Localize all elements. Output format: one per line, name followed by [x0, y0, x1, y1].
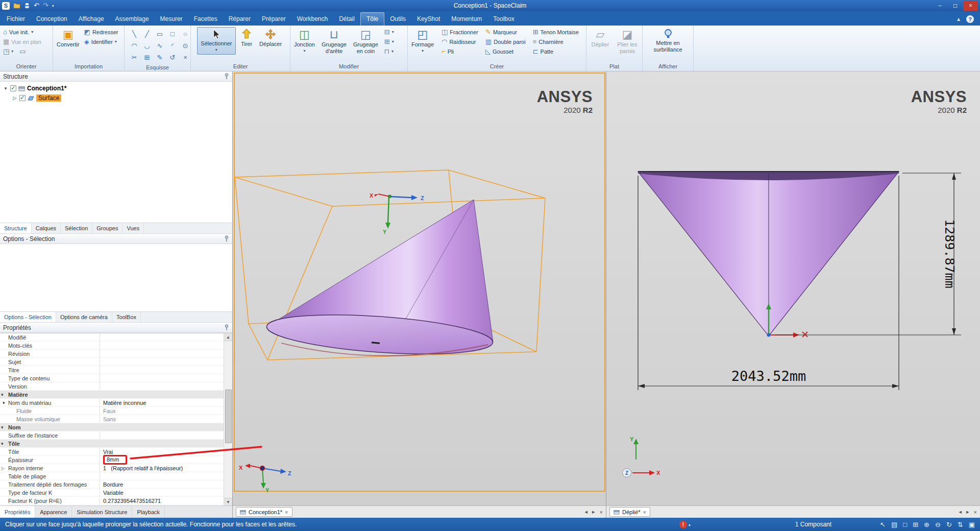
tab-reparer[interactable]: Réparer: [223, 13, 256, 26]
marqueur-button[interactable]: ✎Marqueur: [484, 27, 527, 37]
tab-keyshot[interactable]: KeyShot: [411, 13, 446, 26]
deplacer-button[interactable]: Déplacer: [257, 27, 284, 48]
pin-icon[interactable]: [224, 235, 229, 242]
fractionner-button[interactable]: ◫Fractionner: [440, 27, 480, 37]
app-icon[interactable]: S: [2, 2, 10, 10]
charniere-button[interactable]: ≡Charnière: [531, 37, 580, 46]
tab-tole[interactable]: Tôle: [360, 12, 384, 26]
tangent-line-icon[interactable]: ╱: [141, 28, 153, 39]
property-row-modifie[interactable]: Modifié: [0, 333, 224, 342]
zoom-extents-icon[interactable]: ▣: [969, 521, 975, 528]
double-paroi-button[interactable]: ▥Double paroi: [484, 37, 527, 46]
undo-icon[interactable]: ↶: [34, 2, 39, 9]
project-icon[interactable]: ⊞: [141, 52, 153, 63]
error-badge-icon[interactable]: !: [679, 521, 687, 528]
collapse-icon[interactable]: ▷: [12, 95, 17, 101]
open-folder-icon[interactable]: [13, 3, 20, 9]
deplier-button[interactable]: ▱Déplier: [590, 27, 611, 49]
tab-simulation-structure[interactable]: Simulation Structure: [72, 506, 132, 518]
property-row-traitement-deplie[interactable]: Traitement déplié des formagesBordure: [0, 480, 224, 489]
pli-button[interactable]: ⌐Pli: [440, 46, 480, 56]
line-icon[interactable]: ╲: [128, 28, 140, 39]
tirer-button[interactable]: Tirer: [239, 27, 254, 48]
plier-les-parois-button[interactable]: ◪Plier lesparois: [615, 27, 639, 55]
close-button[interactable]: ×: [963, 1, 978, 11]
vue-en-plan-button[interactable]: ▦Vue en plan: [2, 37, 43, 46]
design-scene-canvas[interactable]: X Z Y X: [233, 71, 606, 493]
close-tab-icon[interactable]: ×: [285, 509, 288, 515]
scrollbar-thumb[interactable]: [225, 390, 232, 443]
tab-detail[interactable]: Détail: [333, 13, 360, 26]
flat-scene-canvas[interactable]: 1289.87mm 2043.52mm Y: [606, 71, 980, 493]
property-row-masse-volumique[interactable]: Masse volumiqueSans: [0, 415, 224, 423]
patte-button[interactable]: ⊏Patte: [531, 46, 580, 56]
quickbar-caret-icon[interactable]: ▾: [52, 4, 54, 8]
orient-tools[interactable]: ◳▾▭: [2, 46, 28, 56]
tab-preparer[interactable]: Préparer: [256, 13, 291, 26]
identifier-button[interactable]: ◈Identifier▾: [83, 37, 118, 46]
selectionner-button[interactable]: Sélectionner ▾: [197, 27, 236, 55]
redo-icon[interactable]: ↷: [43, 2, 48, 9]
grid-snap-icon[interactable]: ⊞: [913, 521, 918, 528]
tab-options-selection[interactable]: Options - Sélection: [0, 312, 56, 322]
tab-proprietes[interactable]: Propriétés: [0, 506, 35, 518]
convertir-button[interactable]: ▣Convertir: [55, 27, 82, 49]
tab-scroll-right-icon[interactable]: ▸: [592, 509, 595, 515]
property-row-suffixe[interactable]: Suffixe de l'instance: [0, 431, 224, 440]
save-icon[interactable]: [24, 3, 30, 9]
tab-momentum[interactable]: Momentum: [446, 13, 487, 26]
tab-groupes[interactable]: Groupes: [92, 223, 122, 233]
tab-workbench[interactable]: Workbench: [291, 13, 333, 26]
property-row-version[interactable]: Version: [0, 382, 224, 391]
close-tab-icon[interactable]: ×: [643, 509, 646, 515]
tab-options-camera[interactable]: Options de caméra: [56, 312, 112, 322]
property-section-tole[interactable]: Tôle: [0, 440, 224, 448]
arc-up-icon[interactable]: ◠: [128, 40, 140, 51]
tab-toolbox[interactable]: Toolbox: [487, 13, 520, 26]
formage-button[interactable]: ◰Formage▾: [409, 27, 436, 55]
vue-init-button[interactable]: ⌂Vue init.▾: [2, 27, 35, 37]
tab-facettes[interactable]: Facettes: [188, 13, 223, 26]
square-icon[interactable]: □: [166, 28, 179, 39]
s​ketch-edit-icon[interactable]: ✎: [154, 52, 166, 63]
property-row-facteur-k[interactable]: Facteur K (pour R=E)0.27323954473516271: [0, 497, 224, 505]
tab-apparence[interactable]: Apparence: [35, 506, 72, 518]
tab-vues[interactable]: Vues: [122, 223, 144, 233]
error-caret-icon[interactable]: ▴: [689, 522, 691, 527]
tab-mesurer[interactable]: Mesurer: [155, 13, 188, 26]
property-row-nom-materiau[interactable]: Nom du matériauMatière inconnue: [0, 399, 224, 407]
component-count[interactable]: 1 Composant: [795, 521, 831, 528]
point-icon[interactable]: ⊙: [179, 40, 191, 51]
jonction-button[interactable]: ◫Jonction▾: [292, 27, 317, 55]
tab-conception[interactable]: Conception: [31, 13, 73, 26]
grugeage-coin-button[interactable]: ◲Grugeageen coin: [351, 27, 380, 55]
property-row-revision[interactable]: Révision: [0, 350, 224, 358]
document-tab-conception1[interactable]: Conception1* ×: [236, 507, 292, 517]
tree-item-surface[interactable]: ▷ Surface: [0, 93, 232, 103]
tab-calques[interactable]: Calques: [32, 223, 61, 233]
zoom-out-icon[interactable]: ⊖: [935, 521, 941, 528]
tab-outils[interactable]: Outils: [384, 13, 411, 26]
delete-sketch-icon[interactable]: ×: [179, 52, 191, 63]
pin-icon[interactable]: [224, 73, 229, 80]
scroll-down-icon[interactable]: ▼: [224, 498, 232, 505]
tab-scroll-right-icon[interactable]: ▸: [966, 509, 969, 515]
property-row-titre[interactable]: Titre: [0, 366, 224, 374]
trim-icon[interactable]: ✂: [128, 52, 140, 63]
thickness-value-highlight[interactable]: 8mm: [103, 455, 127, 465]
pan-view-icon[interactable]: ⇅: [958, 521, 963, 528]
tab-fichier[interactable]: Fichier: [1, 13, 31, 26]
spline-icon[interactable]: ∿: [154, 40, 166, 51]
tab-playback[interactable]: Playback: [132, 506, 165, 518]
minimize-button[interactable]: –: [933, 1, 947, 11]
cursor-select-icon[interactable]: ↖: [880, 521, 886, 528]
undo-sketch-icon[interactable]: ↺: [166, 52, 179, 63]
modifier-option-b-button[interactable]: ⊞▾: [383, 37, 396, 46]
property-row-mots-cles[interactable]: Mots-clés: [0, 342, 224, 350]
sweep-arc-icon[interactable]: ◜: [166, 40, 179, 51]
visibility-checkbox[interactable]: [19, 95, 26, 101]
property-row-type-facteur-k[interactable]: Type de facteur KVariable: [0, 489, 224, 497]
modifier-option-c-button[interactable]: ⊓▾: [383, 46, 395, 56]
arc-down-icon[interactable]: ◡: [141, 40, 153, 51]
cone-surface[interactable]: [265, 200, 494, 360]
